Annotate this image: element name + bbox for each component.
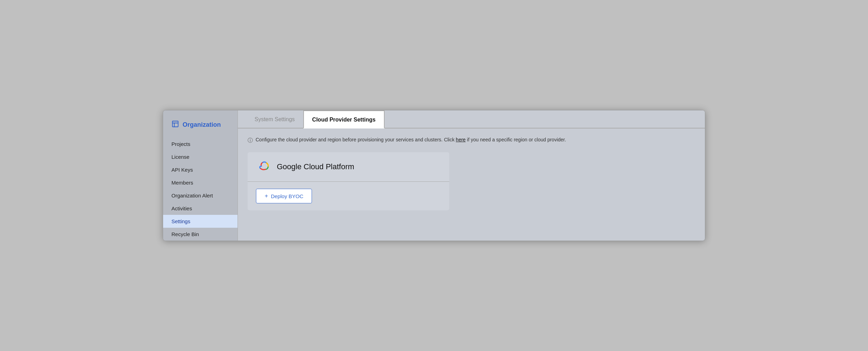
sidebar-item-projects[interactable]: Projects [163,138,238,150]
gcp-logo [256,159,271,174]
svg-rect-0 [172,121,178,127]
here-link[interactable]: here [456,137,466,142]
sidebar-item-license[interactable]: License [163,150,238,163]
sidebar-title: Organization [183,121,221,128]
sidebar-item-activities[interactable]: Activities [163,202,238,215]
building-icon [171,120,179,129]
provider-section: Google Cloud Platform + Deploy BYOC [248,152,449,210]
main-content: System Settings Cloud Provider Settings … [238,110,705,241]
deploy-byoc-button[interactable]: + Deploy BYOC [256,189,312,203]
tab-system-settings[interactable]: System Settings [246,111,303,128]
tab-cloud-provider-settings[interactable]: Cloud Provider Settings [303,110,385,128]
content-area: ⓘ Configure the cloud provider and regio… [238,128,705,219]
info-text: Configure the cloud provider and region … [256,137,566,142]
sidebar-item-recycle-bin[interactable]: Recycle Bin [163,228,238,241]
info-icon: ⓘ [248,137,253,144]
sidebar-item-organization-alert[interactable]: Organization Alert [163,189,238,202]
sidebar-nav: Projects License API Keys Members Organi… [163,138,238,241]
provider-body: + Deploy BYOC [248,182,449,210]
app-container: Organization Projects License API Keys M… [163,110,705,241]
sidebar-item-members[interactable]: Members [163,176,238,189]
sidebar-item-settings[interactable]: Settings [163,215,238,228]
sidebar-header: Organization [163,120,238,138]
plus-icon: + [265,193,268,200]
sidebar: Organization Projects License API Keys M… [163,110,238,241]
tabs-bar: System Settings Cloud Provider Settings [238,110,705,128]
provider-name: Google Cloud Platform [277,162,354,171]
sidebar-item-api-keys[interactable]: API Keys [163,163,238,176]
info-banner: ⓘ Configure the cloud provider and regio… [248,137,695,144]
provider-header: Google Cloud Platform [248,152,449,182]
deploy-btn-label: Deploy BYOC [271,193,303,199]
